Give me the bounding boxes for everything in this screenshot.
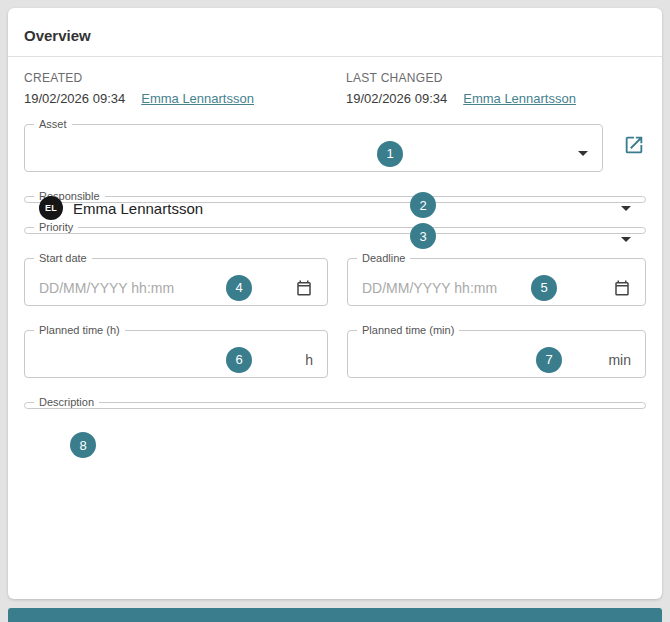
bottom-teal-bar [8, 608, 662, 622]
start-date-field[interactable]: Start date 4 [24, 252, 328, 306]
description-field[interactable]: Description 8 [24, 396, 646, 409]
created-label: CREATED [24, 71, 346, 85]
calendar-icon[interactable] [613, 279, 631, 297]
avatar: EL [39, 196, 63, 220]
chevron-down-icon[interactable] [578, 151, 588, 156]
asset-select[interactable]: Asset 1 [24, 118, 603, 172]
form-fields: Asset 1 Responsible 2 EL E [24, 118, 646, 409]
hours-suffix: h [305, 352, 313, 368]
last-changed-block: LAST CHANGED 19/02/2026 09:34 Emma Lenna… [346, 71, 646, 106]
step-badge-7: 7 [536, 347, 562, 373]
responsible-select[interactable]: Responsible 2 EL Emma Lennartsson [24, 190, 646, 203]
step-badge-3: 3 [410, 223, 436, 249]
deadline-label: Deadline [357, 252, 410, 264]
step-badge-5: 5 [531, 275, 557, 301]
minutes-suffix: min [608, 352, 631, 368]
asset-row: Asset 1 [24, 118, 646, 172]
step-badge-8: 8 [70, 432, 96, 458]
planned-time-h-inner: h [25, 342, 327, 377]
meta-section: CREATED 19/02/2026 09:34 Emma Lennartsso… [24, 71, 646, 106]
created-block: CREATED 19/02/2026 09:34 Emma Lennartsso… [24, 71, 346, 106]
chevron-down-icon[interactable] [621, 206, 631, 211]
planned-time-h-input[interactable] [39, 352, 295, 368]
planned-time-min-input[interactable] [362, 352, 598, 368]
planned-time-min-inner: min [348, 342, 645, 377]
asset-select-inner [25, 136, 602, 171]
step-badge-6: 6 [226, 347, 252, 373]
description-label: Description [34, 396, 99, 408]
responsible-value: Emma Lennartsson [73, 200, 203, 217]
planned-time-min-label: Planned time (min) [357, 324, 459, 336]
deadline-input[interactable] [362, 280, 603, 296]
created-date: 19/02/2026 09:34 [24, 91, 125, 106]
divider [8, 56, 662, 57]
description-textarea[interactable] [39, 414, 631, 420]
planned-time-h-label: Planned time (h) [34, 324, 125, 336]
dates-row: Start date 4 Deadline 5 [24, 252, 646, 306]
planned-time-row: Planned time (h) 6 h Planned time (min) … [24, 324, 646, 378]
last-changed-by-link[interactable]: Emma Lennartsson [463, 91, 576, 106]
calendar-icon[interactable] [295, 279, 313, 297]
priority-field-label: Priority [34, 221, 78, 233]
page: Overview CREATED 19/02/2026 09:34 Emma L… [0, 0, 670, 622]
step-badge-1: 1 [377, 141, 403, 167]
page-title: Overview [24, 27, 646, 44]
last-changed-values: 19/02/2026 09:34 Emma Lennartsson [346, 91, 646, 106]
deadline-field[interactable]: Deadline 5 [347, 252, 646, 306]
created-by-link[interactable]: Emma Lennartsson [141, 91, 254, 106]
priority-select[interactable]: Priority 3 [24, 221, 646, 234]
open-in-new-icon[interactable] [622, 133, 646, 157]
overview-card: Overview CREATED 19/02/2026 09:34 Emma L… [8, 8, 662, 599]
asset-field-label: Asset [34, 118, 72, 130]
step-badge-2: 2 [410, 192, 436, 218]
step-badge-4: 4 [226, 275, 252, 301]
deadline-inner [348, 270, 645, 305]
created-values: 19/02/2026 09:34 Emma Lennartsson [24, 91, 346, 106]
last-changed-label: LAST CHANGED [346, 71, 646, 85]
start-date-label: Start date [34, 252, 92, 264]
chevron-down-icon[interactable] [621, 237, 631, 242]
start-date-inner [25, 270, 327, 305]
last-changed-date: 19/02/2026 09:34 [346, 91, 447, 106]
planned-time-min-field[interactable]: Planned time (min) 7 min [347, 324, 646, 378]
planned-time-h-field[interactable]: Planned time (h) 6 h [24, 324, 328, 378]
